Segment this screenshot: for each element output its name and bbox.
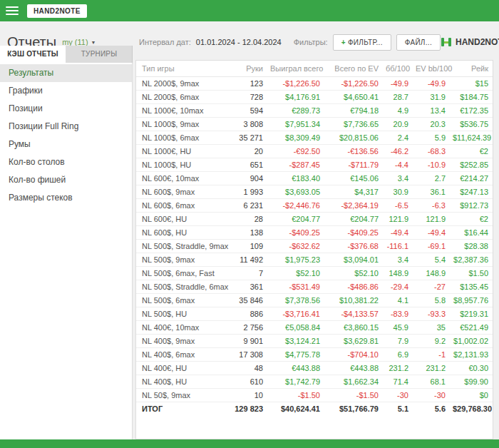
add-filter-label: ФИЛЬТР... <box>348 39 383 46</box>
rake-cell: $536.75 <box>450 118 493 131</box>
table-row[interactable]: NL 500$, 9max11 492$1,975.23$3,094.013.4… <box>136 253 493 267</box>
total-evbb-cell: 5.6 <box>413 402 450 416</box>
sidebar-item[interactable]: Размеры стеков <box>0 189 132 207</box>
sidebar-item[interactable]: Кол-во столов <box>0 153 132 171</box>
filters-label: Фильтры: <box>294 38 328 46</box>
table-row[interactable]: NL 1000$, 9max3 808$7,951.34$7,736.6520.… <box>136 118 493 131</box>
table-row[interactable]: NL 1000€, 10max594€289.73€794.184.913.4€… <box>136 104 493 118</box>
hands-cell: 9 901 <box>230 335 267 348</box>
bb-cell: 71.4 <box>383 375 413 389</box>
col-ev-bb100[interactable]: EV bb/100 <box>413 61 450 77</box>
bb-cell: 7.9 <box>383 335 413 348</box>
sidebar-item[interactable]: Позиции Full Ring <box>0 118 132 136</box>
hands-cell: 109 <box>230 240 267 253</box>
rake-cell: $184.75 <box>450 91 493 104</box>
table-row[interactable]: NL 500$, HU886-$3,716.41-$4,133.57-83.9-… <box>136 307 493 321</box>
tab-cash[interactable]: КЭШ ОТЧЕТЫ <box>0 46 66 63</box>
bb-cell: 3.4 <box>383 172 413 185</box>
won-cell: -€92.50 <box>267 145 324 158</box>
rake-cell: $99.90 <box>450 375 493 389</box>
table-row[interactable]: NL 2000$, 9max123-$1,226.50-$1,226.50-49… <box>136 77 493 91</box>
rake-cell: €2 <box>450 145 493 158</box>
rake-cell: $15 <box>450 77 493 91</box>
rake-cell: $2,131.93 <box>450 348 493 362</box>
ev-cell: $10,381.22 <box>324 294 383 307</box>
total-ev-cell: $51,766.79 <box>324 402 383 416</box>
menu-icon[interactable] <box>6 6 19 15</box>
table-row[interactable]: NL 400$, HU610$1,742.79$1,662.3471.468.1… <box>136 375 493 389</box>
game-cell: NL 1000$, 6max <box>136 131 230 145</box>
table-row[interactable]: NL 600$, 6max6 231-$2,446.76-$2,364.19-6… <box>136 199 493 213</box>
sidebar-item[interactable]: Графики <box>0 82 132 100</box>
total-won-cell: $40,624.41 <box>267 402 324 416</box>
table-row[interactable]: NL 600$, 9max1 993$3,693.05$4,31730.936.… <box>136 185 493 199</box>
table-row[interactable]: NL 500$, 6max, Fast7$52.10$52.10148.9148… <box>136 267 493 280</box>
col-ev-total[interactable]: Всего по EV <box>324 61 383 77</box>
tab-tournaments[interactable]: ТУРНИРЫ <box>66 46 133 63</box>
table-row[interactable]: NL 400€, HU48€443.88€443.88231.2231.2€0.… <box>136 362 493 375</box>
col-hands[interactable]: Руки <box>230 61 267 77</box>
hands-cell: 35 846 <box>230 294 267 307</box>
bb-cell: 4.1 <box>383 294 413 307</box>
total-bb-cell: 5.1 <box>383 402 413 416</box>
table-row[interactable]: NL 400$, 9max9 901$3,124.21$3,629.817.99… <box>136 335 493 348</box>
game-cell: NL 400$, 6max <box>136 348 230 362</box>
table-row[interactable]: NL 600€, 10max904€183.40€145.063.42.7€21… <box>136 172 493 185</box>
rake-cell: €521.49 <box>450 321 493 335</box>
table-row[interactable]: NL 2000$, 6max728$4,176.91$4,650.4128.73… <box>136 91 493 104</box>
table-row[interactable]: NL 400$, 6max17 308$4,775.78-$704.106.9-… <box>136 348 493 362</box>
table-row[interactable]: NL 500$, Straddle, 9max109-$632.62-$376.… <box>136 240 493 253</box>
file-button[interactable]: ФАЙЛ... <box>396 34 441 51</box>
bb-cell: 3.4 <box>383 253 413 267</box>
rake-cell: $0 <box>450 389 493 402</box>
col-game-type[interactable]: Тип игры <box>136 61 230 77</box>
date-range[interactable]: 01.01.2024 - 12.04.2024 <box>196 38 282 46</box>
rake-cell: $912.73 <box>450 199 493 213</box>
hands-cell: 651 <box>230 158 267 172</box>
table-row[interactable]: NL 50$, 9max10-$1.50-$1.50-30-30$0 <box>136 389 493 402</box>
won-cell: -$2,446.76 <box>267 199 324 213</box>
bb-cell: 6.9 <box>383 348 413 362</box>
sidebar-item[interactable]: Румы <box>0 136 132 153</box>
col-won-total[interactable]: Выиграл всего <box>267 61 324 77</box>
table-header-row: Тип игры Руки Выиграл всего Всего по EV … <box>136 61 493 77</box>
rake-cell: €2 <box>450 213 493 226</box>
won-cell: $7,951.34 <box>267 118 324 131</box>
table-row[interactable]: NL 1000$, 6max35 271$8,309.49$20,815.062… <box>136 131 493 145</box>
sidebar-item[interactable]: Кол-во фишей <box>0 171 132 189</box>
table-row[interactable]: NL 600€, HU28€204.77€204.77121.9121.9€2 <box>136 213 493 226</box>
top-bar: HAND2NOTE <box>0 0 499 21</box>
evbb-cell: 68.1 <box>413 375 450 389</box>
bb-cell: -49.4 <box>383 226 413 240</box>
table-row[interactable]: NL 400€, 10max2 756€5,058.84€3,860.1545.… <box>136 321 493 335</box>
hands-cell: 7 <box>230 267 267 280</box>
ev-cell: -$1,226.50 <box>324 77 383 91</box>
evbb-cell: -49.9 <box>413 77 450 91</box>
ev-cell: €204.77 <box>324 213 383 226</box>
sidebar-item[interactable]: Позиции <box>0 100 132 118</box>
col-bb100[interactable]: бб/100 <box>383 61 413 77</box>
total-row: ИТОГ129 823$40,624.41$51,766.795.15.6$29… <box>136 402 493 416</box>
game-cell: NL 500$, HU <box>136 307 230 321</box>
table-row[interactable]: NL 500$, Straddle, 6max361-$531.49-$486.… <box>136 280 493 294</box>
won-cell: $4,176.91 <box>267 91 324 104</box>
sidebar-item[interactable]: Результаты <box>0 64 132 82</box>
table-row[interactable]: NL 1000€, HU20-€92.50-€136.56-46.2-68.3€… <box>136 145 493 158</box>
game-cell: NL 1000$, HU <box>136 158 230 172</box>
table-row[interactable]: NL 1000$, HU651-$287.45-$711.79-4.4-10.9… <box>136 158 493 172</box>
col-rake[interactable]: Рейк <box>450 61 493 77</box>
chevron-down-icon: ▼ <box>91 40 96 45</box>
table-row[interactable]: NL 600$, HU138-$409.25-$409.25-49.4-49.4… <box>136 226 493 240</box>
bottom-bar <box>0 439 499 448</box>
bb-cell: 4.9 <box>383 104 413 118</box>
evbb-cell: 13.4 <box>413 104 450 118</box>
add-filter-button[interactable]: + ФИЛЬТР... <box>333 34 391 51</box>
evbb-cell: -27 <box>413 280 450 294</box>
bb-cell: 148.9 <box>383 267 413 280</box>
total-hands-cell: 129 823 <box>230 402 267 416</box>
results-table-body: NL 2000$, 9max123-$1,226.50-$1,226.50-49… <box>136 77 493 416</box>
ev-cell: $3,629.81 <box>324 335 383 348</box>
hands-cell: 2 756 <box>230 321 267 335</box>
bb-cell: -6.5 <box>383 199 413 213</box>
table-row[interactable]: NL 500$, 6max35 846$7,378.56$10,381.224.… <box>136 294 493 307</box>
